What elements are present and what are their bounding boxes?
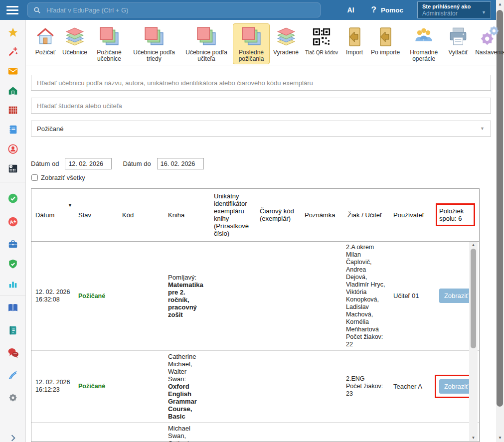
toolbar-item-po-importe[interactable]: Po importe [368, 23, 403, 58]
cell-note [301, 422, 343, 442]
toolbar-item-ucebnice[interactable]: Učebnice [59, 23, 90, 58]
house-icon [35, 25, 56, 48]
messages-envelope-icon[interactable] [0, 63, 25, 80]
toolbar-item-label: Nastavenia [475, 49, 504, 56]
toolbar-item-label: Učebnice podľa učiteľa [183, 49, 229, 62]
cell-person: Teacher A [343, 422, 389, 442]
toolbar-item-pozicane-ucebnice[interactable]: Požičané učebnice [91, 23, 128, 64]
school-home-icon[interactable] [0, 82, 25, 99]
column-header-poznamka[interactable]: Poznámka [301, 189, 343, 241]
cell-user: Administrátor [389, 422, 433, 442]
sidebar: A+ [0, 20, 26, 442]
scroll-up-icon[interactable]: ▲ [496, 2, 504, 6]
printer-icon [448, 25, 469, 48]
user-menu[interactable]: Ste prihlásený ako Administrátor ▼ [417, 1, 491, 18]
stacked-squares-icon [241, 25, 262, 48]
toolbar-item-vyradene[interactable]: Vyradené [270, 23, 302, 58]
table-scrollbar-thumb[interactable] [471, 249, 476, 348]
table-row: 12. 02. 202616:32:08 Požičané Pomíjavý: … [31, 241, 479, 350]
help-button[interactable]: ? Pomoc [371, 5, 403, 15]
column-header-datum[interactable]: Dátum ▼ [31, 189, 74, 241]
homework-pen-icon[interactable] [0, 367, 25, 384]
qr-code-icon [312, 25, 331, 48]
date-to-label: Dátum do [123, 160, 151, 167]
column-header-ciarovy-kod[interactable]: Čiarový kód (exemplár) [256, 189, 301, 241]
agenda-briefcase-icon[interactable] [0, 236, 25, 253]
scroll-down-icon[interactable]: ▼ [496, 436, 504, 440]
cell-code [118, 241, 164, 350]
timetable-grid-icon[interactable] [0, 102, 25, 119]
window-scrollbar[interactable]: ▲ ▼ [496, 0, 504, 442]
scroll-up-icon[interactable]: ▲ [469, 243, 478, 247]
gears-icon [480, 25, 501, 48]
column-header-ziak-ucitel[interactable]: Žiak / Učiteľ [343, 189, 389, 241]
column-header-pouzivatel[interactable]: Používateľ [389, 189, 433, 241]
plan-calendar-icon[interactable] [0, 160, 25, 177]
toolbar-item-label: Požičané učebnice [94, 49, 125, 62]
sidebar-divider [0, 182, 25, 182]
favorites-star-icon[interactable] [0, 24, 25, 41]
column-header-kniha[interactable]: Kniha [164, 189, 210, 241]
sidebar-divider [0, 295, 25, 296]
gradebook-notebook-icon[interactable] [0, 121, 25, 138]
ai-button[interactable]: AI [347, 6, 354, 14]
attendance-check-icon[interactable] [0, 190, 25, 207]
global-search-input[interactable] [45, 6, 315, 14]
cell-barcode [256, 422, 301, 442]
column-header-unikatny-identifikator[interactable]: Unikátny identifikátor exempláru knihy (… [210, 189, 256, 241]
statistics-bar-chart-icon[interactable] [0, 276, 25, 293]
cell-user: Učiteľ 01 [389, 241, 433, 350]
status-filter-value: Požičané [37, 125, 63, 133]
cell-date: 12. 02. 202614:49:26 [31, 422, 74, 442]
show-button[interactable]: Zobraziť [439, 379, 473, 394]
toolbar-item-pozicat[interactable]: Požičať [32, 23, 59, 58]
sort-descending-icon[interactable]: ▼ [68, 202, 72, 209]
date-to-input[interactable] [157, 158, 204, 169]
documents-icon[interactable] [0, 322, 25, 339]
show-button[interactable]: Zobraziť [439, 289, 473, 303]
toolbar-item-vytlacit[interactable]: Vytlačiť [445, 23, 472, 58]
book-search-input[interactable] [31, 75, 491, 91]
column-header-total: Položiek spolu: 6 [433, 189, 479, 241]
toolbar-item-ucebnice-podla-ucitela[interactable]: Učebnice podľa učiteľa [180, 23, 232, 64]
toolbar-item-label: Import [346, 49, 363, 56]
cell-date: 12. 02. 202616:12:23 [31, 350, 74, 422]
chevron-down-icon: ▼ [482, 10, 486, 15]
column-header-stav[interactable]: Stav [74, 189, 118, 241]
status-filter-select[interactable]: Požičané ▼ [31, 121, 491, 137]
toolbar-item-hromadne-operacie[interactable]: Hromadné operácie [403, 23, 444, 64]
magic-wand-icon[interactable] [0, 43, 25, 60]
scroll-down-icon[interactable]: ▼ [469, 436, 478, 440]
layers-icon [275, 25, 297, 48]
library-book-icon[interactable] [0, 299, 25, 316]
cell-barcode [256, 241, 301, 350]
toolbar-item-posledne-pozicania[interactable]: Posledné požičania [233, 23, 270, 64]
toolbar-item-tlac-qr-kodov[interactable]: Tlač QR kódov [302, 23, 341, 58]
discussion-chat-icon[interactable] [0, 344, 25, 361]
settings-gear-icon[interactable] [0, 389, 25, 406]
toolbar-item-label: Vytlačiť [448, 49, 468, 56]
grades-a-plus-icon[interactable]: A+ [0, 213, 25, 230]
window-scrollbar-thumb[interactable] [497, 10, 503, 407]
toolbar-item-nastavenia[interactable]: Nastavenia [472, 23, 504, 58]
hamburger-menu-icon[interactable] [6, 6, 18, 14]
toolbar-item-ucebnice-podla-triedy[interactable]: Učebnice podľa triedy [128, 23, 180, 64]
show-all-checkbox[interactable] [31, 174, 38, 181]
toolbar-item-label: Vyradené [273, 49, 299, 56]
cell-unique-id [210, 241, 256, 350]
person-search-input[interactable] [31, 98, 491, 114]
cell-book: Catherine Michael, Walter Swan: Oxford E… [164, 350, 210, 422]
safety-shield-icon[interactable] [0, 256, 25, 273]
stacked-squares-icon [99, 25, 120, 48]
column-header-kod[interactable]: Kód [118, 189, 164, 241]
expand-chevron-icon[interactable] [0, 430, 25, 442]
table-row: 12. 02. 202614:49:26 Požičané 15UNR6 Mic… [31, 422, 479, 442]
table-row: 12. 02. 202616:12:23 Požičané Catherine … [31, 350, 479, 422]
table-scrollbar[interactable]: ▲ ▼ [469, 242, 478, 441]
stacked-squares-icon [196, 25, 217, 48]
profile-person-icon[interactable] [0, 141, 25, 157]
date-from-input[interactable] [65, 158, 112, 169]
global-search[interactable] [27, 2, 321, 17]
search-icon [33, 6, 41, 14]
toolbar-item-import[interactable]: Import [341, 23, 367, 58]
